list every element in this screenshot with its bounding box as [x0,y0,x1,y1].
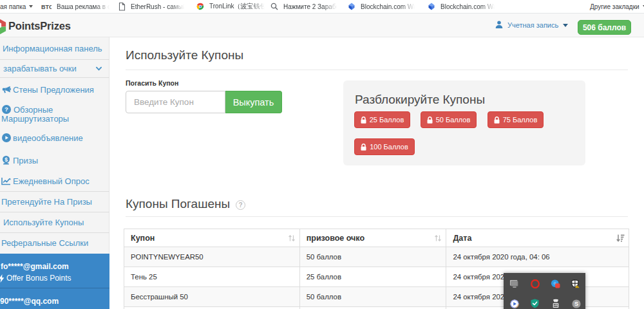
bolt-icon [0,274,5,283]
column-header-points[interactable]: призовое очко [299,229,446,247]
column-header-label: Купон [131,234,155,243]
sidebar: Информационная панель зарабатывать очки … [0,37,109,309]
title-divider [126,70,628,70]
bookmark-item[interactable]: Blockchain.com Wa [428,0,497,13]
unlock-button-label: 100 Баллов [370,143,408,151]
cell-coupon: POINTYNEWYEAR50 [124,247,300,267]
sidebar-item-label: Стены Предложения [13,85,94,95]
tray-antivirus-ok-icon[interactable] [530,299,540,308]
bookmark-folder[interactable]: ая папка [0,0,33,13]
help-icon[interactable]: ? [236,200,245,210]
main-content: Используйте Купоны Погасить Купон Выкупа… [109,37,644,309]
redeemed-coupons-title: Купоны Погашены ? [126,197,245,211]
unlock-75-button[interactable]: 75 Баллов [488,111,544,128]
tray-mail-icon[interactable] [551,279,560,288]
unlock-50-button[interactable]: 50 Баллов [421,111,477,128]
bookmark-item[interactable]: Blockchain.com Wa [348,0,417,13]
bookmarks-bar: ая папка BTC Ваша реклама в се EtherRush… [0,0,644,14]
section-divider [126,216,628,217]
tray-skype-icon[interactable]: S [571,299,581,308]
account-sub-label: Offer Bonus Points [6,274,71,283]
bookmark-item[interactable]: EtherRush - самый [118,0,186,13]
lock-icon [494,117,500,124]
sidebar-item-offer-walls[interactable]: Стены Предложения [0,77,109,102]
pointsprizes-logo-icon [0,16,8,35]
account-email: 90*****@qq.com [0,297,109,306]
sidebar-item-label: Претендуйте На Призы [1,197,92,207]
account-label: Учетная запись [507,21,558,29]
sidebar-item-daily-poll[interactable]: Ежедневный Опрос [0,171,109,191]
blockchain-icon [348,3,355,10]
user-icon [495,21,503,30]
prize-icon: $ [1,156,11,165]
bookmark-label: EtherRush - самый [131,3,186,10]
account-email: fo*****@gmail.com [0,262,109,272]
sidebar-account-qq[interactable]: 90*****@qq.com Offer Bonus Points [0,288,109,309]
unlock-100-button[interactable]: 100 Баллов [354,138,415,155]
account-menu[interactable]: Учетная запись [495,14,568,37]
bookmark-item[interactable]: Нажмите 2 Зарабо [270,0,339,13]
bookmark-label: Ваша реклама в се [57,3,111,10]
column-header-date[interactable]: Дата [446,229,629,247]
sidebar-item-label: видеообъявление [13,133,83,143]
points-balance-button[interactable]: 506 баллов [578,20,631,35]
coupon-input[interactable] [126,91,225,113]
unlock-25-button[interactable]: 25 Баллов [354,111,410,128]
tray-display-icon[interactable] [509,279,519,288]
tray-opera-icon[interactable] [530,279,540,288]
cell-points: 50 баллов [299,247,446,267]
tray-media-player-icon[interactable] [509,299,519,308]
brand-logo[interactable]: PointsPrizes [0,16,71,35]
bookmark-folder-label: ая папка [0,3,26,10]
brand-name: PointsPrizes [8,20,71,32]
bookmark-label: Blockchain.com Wa [361,3,417,10]
unlock-panel-title: Разблокируйте Купоны [355,93,485,107]
dollar-glyph: $ [5,156,8,163]
bookmark-item[interactable]: BTC Ваша реклама в се [41,0,111,13]
chevron-down-icon [29,5,33,8]
sidebar-item-label: Реферальные Ссылки [1,238,88,248]
lock-icon [361,117,366,124]
sidebar-item-dashboard[interactable]: Информационная панель [0,37,109,59]
question-glyph: ? [5,106,8,113]
redeem-coupon-label: Погасить Купон [126,79,178,87]
chevron-down-icon [563,24,568,27]
cell-points: 50 баллов [299,287,446,307]
blockchain-icon [428,3,435,10]
cell-coupon [124,307,300,309]
sidebar-item-claim-prizes[interactable]: Претендуйте На Призы [0,191,109,212]
sidebar-account-gmail[interactable]: fo*****@gmail.com Offer Bonus Points [0,254,109,288]
redeem-button[interactable]: Выкупать [225,91,282,113]
sidebar-item-video-ads[interactable]: видеообъявление [0,126,109,149]
column-header-coupon[interactable]: Купон [124,229,300,247]
sidebar-item-redeem-coupons[interactable]: Используйте Купоны [0,212,109,232]
page-icon [118,3,126,11]
sidebar-item-label-line1: Обзорные [1,105,109,114]
tronlink-icon [196,3,204,10]
tray-defender-alert-icon[interactable] [571,279,581,288]
chevron-down-icon [96,66,102,71]
table-row[interactable]: POINTYNEWYEAR50 50 баллов 24 октября 202… [124,247,629,267]
bookmark-label: TronLink（波宝钱包 [209,2,267,11]
other-bookmarks-label: Другие закладки [590,3,639,10]
question-circle-icon: ? [1,105,11,114]
sidebar-item-survey-routers[interactable]: ? Обзорные Маршрутизаторы [0,102,109,126]
unlock-button-label: 25 Баллов [370,116,404,124]
sort-icon [434,234,442,244]
btc-icon: BTC [41,3,52,10]
other-bookmarks[interactable]: Другие закладки [590,0,644,13]
unlock-button-label: 75 Баллов [503,116,538,124]
bookmark-item[interactable]: TronLink（波宝钱包 [196,0,267,13]
play-circle-icon [1,133,11,142]
sidebar-item-label-line2: Маршрутизаторы [1,114,109,123]
lock-icon [361,144,366,151]
sidebar-item-earn-points[interactable]: зарабатывать очки [0,59,109,77]
system-tray-popup: S [504,273,585,309]
sidebar-item-referral-links[interactable]: Реферальные Ссылки [0,232,109,254]
bookmark-label: Нажмите 2 Зарабо [283,3,339,10]
sidebar-item-prizes[interactable]: $ Призы [0,149,109,171]
tray-lock-icon[interactable] [551,299,560,308]
points-balance-label: 506 баллов [583,23,626,32]
megaphone-icon [1,86,11,94]
cell-coupon: Тень 25 [124,267,300,287]
